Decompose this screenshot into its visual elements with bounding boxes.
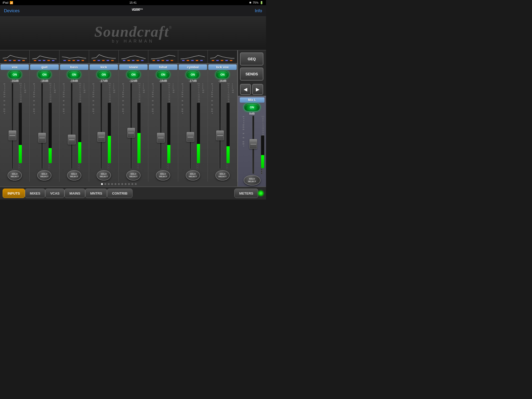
mix-l-channel: Mix L ON 0dB 1050510152030405060∞ OVL181…	[238, 96, 266, 187]
eq-thumb-kick[interactable]	[89, 50, 119, 63]
eq-thumb-vox[interactable]	[0, 50, 30, 63]
tab-mixes[interactable]: MIXES	[25, 189, 45, 198]
page-dot-3	[108, 183, 110, 185]
eq-thumb-hihat[interactable]	[148, 50, 178, 63]
channel-snare: snare ON -12dB 1050510152030405060∞ OVL1…	[119, 63, 148, 182]
on-button-kick[interactable]: ON	[97, 71, 110, 78]
svg-rect-14	[68, 60, 70, 61]
vu-meter-vox	[18, 103, 22, 163]
svg-rect-20	[98, 60, 100, 61]
fader-track-guit[interactable]	[41, 83, 43, 169]
channel-vox: vox ON -16dB 1050510152030405060∞	[0, 63, 30, 182]
bluetooth-icon: ✱	[249, 1, 251, 4]
solo-button-bass[interactable]: SOLO SELECT	[67, 170, 81, 181]
fader-col-mixl: 1050510152030405060∞	[239, 116, 246, 174]
eq-thumb-guit[interactable]	[30, 50, 59, 63]
fader-handle-vox[interactable]	[9, 130, 16, 140]
db-level-kick: -17dB	[100, 79, 108, 82]
fader-section-guit: 1050510152030405060∞ OVL181260-6-12-18-2…	[30, 83, 58, 169]
channel-cymbal: cymbal ON -17dB 1050510152030405060∞ OVL…	[178, 63, 208, 182]
eq-curve-kick	[90, 52, 117, 61]
on-button-bckvox[interactable]: ON	[216, 71, 229, 78]
ohl-snare	[137, 164, 141, 169]
channel-bass: bass ON -19dB 1050510152030405060∞ OVL18…	[59, 63, 89, 182]
fader-handle-bckvox[interactable]	[216, 130, 224, 140]
page-dot-2	[104, 183, 106, 185]
svg-rect-2	[9, 60, 11, 61]
on-button-vox[interactable]: ON	[8, 71, 21, 78]
tab-vcas[interactable]: VCAS	[45, 189, 64, 198]
fader-track-kick[interactable]	[100, 83, 102, 169]
on-button-guit[interactable]: ON	[38, 71, 51, 78]
channel-name-bass: bass	[60, 64, 88, 70]
tab-meters[interactable]: METERS	[234, 189, 258, 198]
fader-handle-guit[interactable]	[38, 133, 46, 143]
on-button-snare[interactable]: ON	[127, 71, 140, 78]
channels-area: vox ON -16dB 1050510152030405060∞	[0, 50, 237, 187]
o-dot-guit	[48, 164, 50, 165]
svg-rect-16	[77, 60, 79, 61]
gain-col-hihat: 1251020	[172, 83, 177, 169]
tab-contrib[interactable]: CONTRIB	[107, 189, 132, 198]
next-page-button[interactable]: ▶	[252, 84, 263, 95]
s-dot-guit	[48, 168, 50, 169]
tab-inputs[interactable]: INPUTS	[3, 189, 25, 198]
vu-ovl-labels-kick: OVL181260-6-12-18-24-30-36	[108, 83, 112, 103]
solo-button-mixl[interactable]: SOLO SELECT	[244, 175, 261, 185]
gain-col-vox: 1251020	[23, 83, 29, 169]
fader-track-hihat[interactable]	[160, 83, 162, 169]
solo-button-snare[interactable]: SOLO SELECT	[126, 170, 141, 181]
scale-hihat: 1050510152030405060∞	[150, 83, 154, 114]
eq-thumb-cymbal[interactable]	[178, 50, 208, 63]
fader-track-snare[interactable]	[130, 83, 132, 169]
channel-name-kick: kick	[90, 64, 118, 70]
tab-mains[interactable]: MAINS	[64, 189, 85, 198]
vu-ovl-labels-bass: OVL181260-6-12-18-24-30-36	[78, 83, 82, 103]
eq-thumb-snare[interactable]	[119, 50, 148, 63]
ohl-guit	[48, 164, 52, 169]
s-dot-kick	[108, 168, 109, 169]
fader-track-vox[interactable]	[11, 83, 14, 169]
svg-rect-3	[13, 60, 16, 61]
solo-button-vox[interactable]: SOLO SELECT	[8, 170, 22, 181]
scale-bckvox: 1050510152030405060∞	[209, 83, 213, 114]
battery-level: 75%	[253, 1, 258, 4]
svg-rect-33	[162, 60, 164, 61]
fader-handle-snare[interactable]	[127, 128, 135, 138]
fader-handle-kick[interactable]	[97, 132, 105, 142]
fader-track-bass[interactable]	[71, 83, 73, 169]
on-button-mixl[interactable]: ON	[244, 104, 260, 111]
fader-track-cymbal[interactable]	[189, 83, 191, 169]
channel-kick: kick ON -17dB 1050510152030405060∞ OVL18…	[89, 63, 119, 182]
fader-track-mixl[interactable]	[252, 116, 254, 174]
on-button-cymbal[interactable]: ON	[186, 71, 199, 78]
solo-button-cymbal[interactable]: SOLO SELECT	[186, 170, 200, 181]
svg-rect-10	[48, 60, 50, 61]
sends-button[interactable]: SENDS	[240, 68, 263, 81]
tab-mntrs[interactable]: MNTRS	[85, 189, 107, 198]
solo-button-bckvox[interactable]: SOLO SELECT	[215, 170, 230, 181]
eq-thumb-bckvox[interactable]	[208, 50, 237, 63]
o-dot-mixl	[261, 169, 262, 170]
fader-track-bckvox[interactable]	[219, 83, 221, 169]
on-button-bass[interactable]: ON	[68, 71, 81, 78]
fader-handle-bass[interactable]	[68, 135, 76, 144]
geq-button[interactable]: GEQ	[240, 52, 263, 65]
svg-rect-8	[38, 60, 41, 61]
o-dot-cymbal	[197, 164, 198, 165]
gain-scale-vox: 1251020	[24, 83, 28, 93]
on-button-hihat[interactable]: ON	[157, 71, 170, 78]
solo-button-kick[interactable]: SOLO SELECT	[97, 170, 111, 181]
channels-strip: vox ON -16dB 1050510152030405060∞	[0, 63, 237, 182]
fader-track-col-snare	[125, 83, 137, 169]
fader-handle-hihat[interactable]	[157, 133, 165, 143]
info-button[interactable]: Info	[255, 8, 262, 14]
eq-thumb-bass[interactable]	[59, 50, 89, 63]
solo-button-hihat[interactable]: SOLO SELECT	[156, 170, 170, 181]
solo-button-guit[interactable]: SOLO SELECT	[37, 170, 51, 181]
prev-page-button[interactable]: ◀	[240, 84, 251, 95]
devices-button[interactable]: Devices	[4, 8, 19, 14]
fader-handle-mixl[interactable]	[249, 139, 257, 149]
channel-name-cymbal: cymbal	[179, 64, 207, 70]
fader-handle-cymbal[interactable]	[187, 132, 194, 142]
